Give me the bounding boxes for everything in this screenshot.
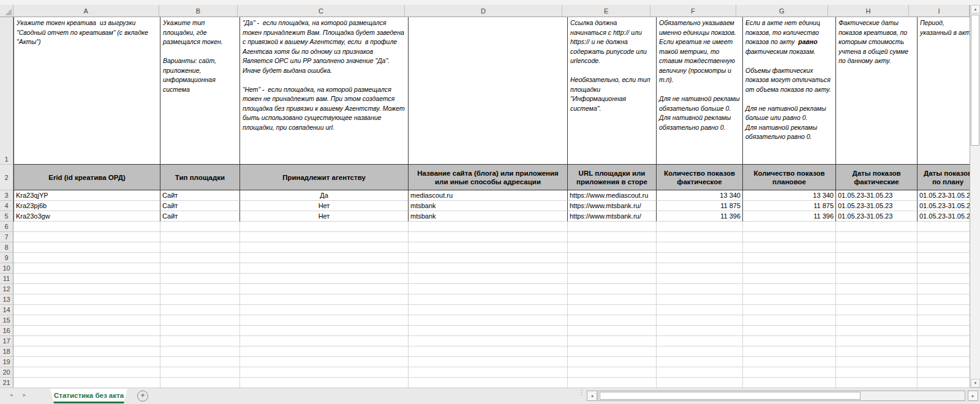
cell-platform-type[interactable]: Сайт <box>160 201 240 211</box>
empty-column <box>240 222 409 387</box>
cell-dates-fact[interactable]: 01.05.23-31.05.23 <box>836 190 918 201</box>
horizontal-scrollbar-thumb[interactable] <box>600 392 861 400</box>
cell-site-name[interactable]: mtsbank <box>409 211 568 222</box>
column-header-f[interactable]: F <box>650 5 736 17</box>
cell-impressions-plan[interactable]: 13 340 <box>743 190 836 201</box>
column-header-g[interactable]: G <box>736 5 829 17</box>
header-cell-dates-plan[interactable]: Даты показов по плану <box>918 165 970 190</box>
cell-erid[interactable]: Kra23pj6b <box>13 201 160 211</box>
vertical-scrollbar-thumb[interactable] <box>971 15 979 146</box>
column-header-d[interactable]: D <box>405 5 563 17</box>
column-header-c[interactable]: C <box>238 5 404 17</box>
cell-e1-note[interactable]: Ссылка должна начинаться с http:// или h… <box>568 17 657 165</box>
cell-dates-fact[interactable]: 01.05.23-31.05.23 <box>836 211 918 222</box>
cell-url[interactable]: https://www.mediascout.ru <box>568 190 657 201</box>
active-sheet-tab[interactable]: Статистика без акта <box>50 389 127 403</box>
row-header-13[interactable]: 13 <box>0 294 13 305</box>
scroll-down-icon[interactable]: ▼ <box>971 379 980 387</box>
cell-site-name[interactable]: mediascout.ru <box>409 190 568 201</box>
row-header-19[interactable]: 19 <box>0 357 13 367</box>
header-cell-impressions-fact[interactable]: Количество показов фактическое <box>657 165 743 190</box>
cell-d1-note[interactable] <box>409 17 568 165</box>
cell-dates-fact[interactable]: 01.05.23-31.05.23 <box>836 201 918 211</box>
cell-platform-type[interactable]: Сайт <box>160 211 240 222</box>
select-all-button[interactable] <box>0 5 13 17</box>
scroll-up-icon[interactable]: ▲ <box>971 5 980 13</box>
header-cell-impressions-plan[interactable]: Количество показов плановое <box>743 165 836 190</box>
header-cell-erid[interactable]: Erid (id креатива ОРД) <box>13 165 160 190</box>
header-cell-dates-fact[interactable]: Даты показов фактические <box>836 165 918 190</box>
column-header-i[interactable]: I <box>909 5 970 17</box>
add-sheet-icon[interactable]: + <box>137 391 148 402</box>
cell-agency-owned[interactable]: Да <box>240 190 409 201</box>
header-cell-agency-owned[interactable]: Принадлежит агентству <box>240 165 409 190</box>
row-header-21[interactable]: 21 <box>0 378 13 387</box>
tab-navigation-arrows[interactable]: ◄► <box>9 392 36 398</box>
empty-column <box>743 222 836 387</box>
row-header-3[interactable]: 3 <box>0 190 13 201</box>
cell-agency-owned[interactable]: Нет <box>240 211 409 222</box>
tab-nav-right-icon[interactable]: ► <box>22 392 36 398</box>
empty-cells-region[interactable] <box>13 222 970 387</box>
worksheet-grid: A B C D E F G H I 1 2 3 4 5 6 7 8 9 10 <box>0 5 970 387</box>
cell-a1-note[interactable]: Укажите токен креатива из выгрузки "Свод… <box>13 17 160 165</box>
row-header-8[interactable]: 8 <box>0 242 13 253</box>
cell-impressions-fact[interactable]: 13 340 <box>657 190 743 201</box>
cell-url[interactable]: https://www.mtsbank.ru/ <box>568 201 657 211</box>
row-header-20[interactable]: 20 <box>0 367 13 378</box>
row-header-11[interactable]: 11 <box>0 274 13 284</box>
table-row: Kra23o3gw Сайт Нет mtsbank https://www.m… <box>13 211 970 222</box>
column-header-a[interactable]: A <box>13 5 159 17</box>
row-header-17[interactable]: 17 <box>0 336 13 346</box>
sheet-tab-label: Статистика без акта <box>54 392 124 399</box>
cell-erid[interactable]: Kra23qjYP <box>13 190 160 201</box>
cell-impressions-plan[interactable]: 11 396 <box>743 211 836 222</box>
cell-erid[interactable]: Kra23o3gw <box>13 211 160 222</box>
row-header-5[interactable]: 5 <box>0 211 13 222</box>
row-header-14[interactable]: 14 <box>0 305 13 315</box>
row-header-16[interactable]: 16 <box>0 326 13 336</box>
row-header-15[interactable]: 15 <box>0 315 13 326</box>
scroll-left-icon[interactable]: ◄ <box>587 391 597 401</box>
select-all-triangle-icon <box>5 9 12 15</box>
cell-site-name[interactable]: mtsbank <box>409 201 568 211</box>
vertical-scrollbar[interactable]: ▲ ▼ <box>970 5 980 387</box>
cell-impressions-plan[interactable]: 11 875 <box>743 201 836 211</box>
cell-agency-owned[interactable]: Нет <box>240 201 409 211</box>
cell-url[interactable]: https://www.mtsbank.ru/ <box>568 211 657 222</box>
row-header-7[interactable]: 7 <box>0 232 13 242</box>
row-header-18[interactable]: 18 <box>0 346 13 357</box>
row-header-2[interactable]: 2 <box>0 165 13 190</box>
cell-platform-type[interactable]: Сайт <box>160 190 240 201</box>
row-header-6[interactable]: 6 <box>0 222 13 232</box>
tab-scrollbar-splitter[interactable]: ⋮ <box>578 391 581 394</box>
scroll-right-icon[interactable]: ► <box>968 391 978 401</box>
cell-h1-note[interactable]: Фактические даты показов креативов, по к… <box>836 17 918 165</box>
row-header-9[interactable]: 9 <box>0 253 13 263</box>
notes-row: Укажите токен креатива из выгрузки "Свод… <box>13 17 970 165</box>
header-cell-platform-type[interactable]: Тип площадки <box>160 165 240 190</box>
cell-dates-plan[interactable]: 01.05.23-31.05.23 <box>918 190 970 201</box>
header-cell-url[interactable]: URL площадки или приложения в сторе <box>568 165 657 190</box>
cell-i1-note[interactable]: Период, указанный в акте <box>918 17 970 165</box>
tab-nav-left-icon[interactable]: ◄ <box>9 392 22 398</box>
cell-b1-note[interactable]: Укажите тип площадки, где размещался ток… <box>160 17 240 165</box>
cell-impressions-fact[interactable]: 11 875 <box>657 201 743 211</box>
cell-dates-plan[interactable]: 01.05.23-31.05.23 <box>918 211 970 222</box>
row-header-1[interactable]: 1 <box>0 17 13 165</box>
cell-f1-note[interactable]: Обязательно указываем именно единицы пок… <box>657 17 743 165</box>
cells-area: Укажите токен креатива из выгрузки "Свод… <box>13 17 970 387</box>
cell-c1-note[interactable]: "Да" - если площадка, на которой размеща… <box>240 17 409 165</box>
header-cell-site-name[interactable]: Название сайта (блога) или приложения ил… <box>409 165 568 190</box>
horizontal-scrollbar[interactable] <box>598 391 965 401</box>
column-header-e[interactable]: E <box>562 5 650 17</box>
cell-g1-note[interactable]: Если в акте нет единиц показов, то колич… <box>743 17 836 165</box>
column-header-b[interactable]: B <box>159 5 238 17</box>
cell-dates-plan[interactable]: 01.05.23-31.05.23 <box>918 201 970 211</box>
empty-column <box>409 222 568 387</box>
cell-impressions-fact[interactable]: 11 396 <box>657 211 743 222</box>
row-header-10[interactable]: 10 <box>0 263 13 274</box>
row-header-12[interactable]: 12 <box>0 284 13 294</box>
row-header-4[interactable]: 4 <box>0 201 13 211</box>
column-header-h[interactable]: H <box>828 5 909 17</box>
